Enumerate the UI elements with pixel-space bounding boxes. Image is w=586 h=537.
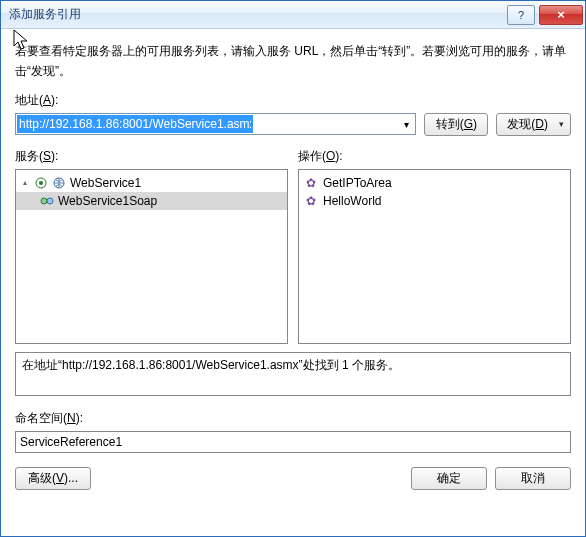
svg-point-3 (41, 198, 47, 204)
intro-text: 若要查看特定服务器上的可用服务列表，请输入服务 URL，然后单击“转到”。若要浏… (15, 41, 571, 82)
operations-column: 操作(O): ✿ GetIPToArea ✿ HelloWorld (298, 148, 571, 344)
namespace-input[interactable] (15, 431, 571, 453)
lists-row: 服务(S): ▴ WebService1 (15, 148, 571, 344)
dialog-footer: 高级(V)... 确定 取消 (15, 467, 571, 490)
namespace-label: 命名空间(N): (15, 410, 571, 427)
cancel-button[interactable]: 取消 (495, 467, 571, 490)
advanced-button[interactable]: 高级(V)... (15, 467, 91, 490)
address-row: ▾ 转到(G) 发现(D) (15, 113, 571, 136)
titlebar: 添加服务引用 ? × (1, 1, 585, 29)
chevron-down-icon[interactable]: ▾ (397, 114, 415, 134)
tree-node-root[interactable]: ▴ WebService1 (16, 174, 287, 192)
operations-label: 操作(O): (298, 148, 571, 165)
gear-icon: ✿ (305, 195, 317, 207)
help-button[interactable]: ? (507, 5, 535, 25)
svg-point-1 (39, 181, 43, 185)
tree-node-label: WebService1 (70, 176, 141, 190)
window-title: 添加服务引用 (9, 6, 81, 23)
soap-icon (40, 194, 54, 208)
go-button[interactable]: 转到(G) (424, 113, 488, 136)
services-tree[interactable]: ▴ WebService1 (15, 169, 288, 344)
gear-icon: ✿ (305, 177, 317, 189)
status-text: 在地址“http://192.168.1.86:8001/WebService1… (22, 358, 400, 372)
target-icon (34, 176, 48, 190)
svg-point-4 (47, 198, 53, 204)
tree-node-child[interactable]: WebService1Soap (16, 192, 287, 210)
tree-node-label: WebService1Soap (58, 194, 157, 208)
ok-button[interactable]: 确定 (411, 467, 487, 490)
titlebar-controls: ? × (503, 5, 583, 25)
globe-icon (52, 176, 66, 190)
operation-label: HelloWorld (323, 194, 381, 208)
discover-button[interactable]: 发现(D) (496, 113, 571, 136)
list-item[interactable]: ✿ GetIPToArea (305, 174, 564, 192)
status-box: 在地址“http://192.168.1.86:8001/WebService1… (15, 352, 571, 396)
operation-label: GetIPToArea (323, 176, 392, 190)
dialog-content: 若要查看特定服务器上的可用服务列表，请输入服务 URL，然后单击“转到”。若要浏… (1, 29, 585, 536)
services-label: 服务(S): (15, 148, 288, 165)
operations-list[interactable]: ✿ GetIPToArea ✿ HelloWorld (298, 169, 571, 344)
address-combobox[interactable]: ▾ (15, 113, 416, 135)
close-button[interactable]: × (539, 5, 583, 25)
dialog-add-service-reference: 添加服务引用 ? × 若要查看特定服务器上的可用服务列表，请输入服务 URL，然… (0, 0, 586, 537)
address-label: 地址(A): (15, 92, 571, 109)
list-item[interactable]: ✿ HelloWorld (305, 192, 564, 210)
collapse-icon[interactable]: ▴ (20, 178, 30, 188)
address-input[interactable] (17, 115, 253, 133)
services-column: 服务(S): ▴ WebService1 (15, 148, 288, 344)
